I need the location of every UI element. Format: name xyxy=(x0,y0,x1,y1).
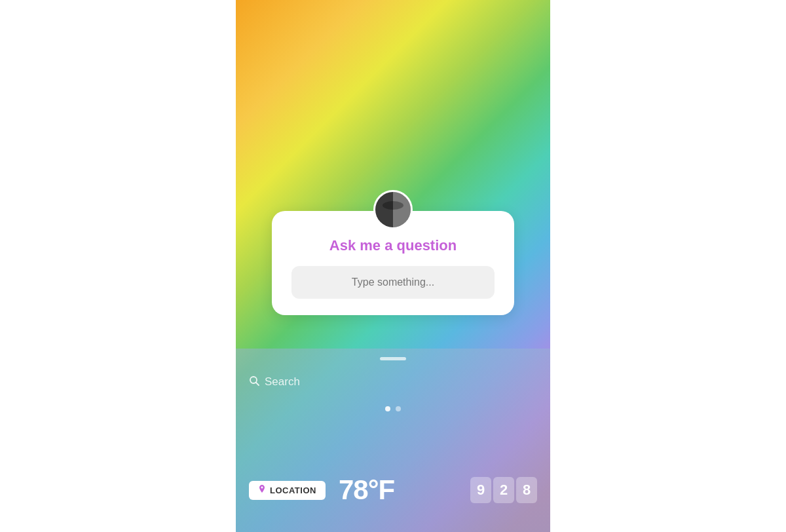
search-bar[interactable]: Search xyxy=(249,370,537,394)
time-digit-8: 8 xyxy=(516,477,537,503)
pagination-dots xyxy=(385,406,401,411)
card-container: Ask me a question xyxy=(272,190,514,315)
location-badge[interactable]: LOCATION xyxy=(249,481,326,500)
svg-line-1 xyxy=(256,383,259,385)
left-whitespace xyxy=(0,0,236,532)
dot-1 xyxy=(385,406,390,411)
search-label: Search xyxy=(265,375,300,389)
dot-2 xyxy=(396,406,401,411)
time-digit-2: 2 xyxy=(493,477,514,503)
avatar-image xyxy=(375,192,411,227)
search-icon xyxy=(249,375,259,389)
drag-handle[interactable] xyxy=(380,357,406,360)
right-whitespace xyxy=(550,0,786,532)
time-digit-9: 9 xyxy=(470,477,491,503)
avatar xyxy=(373,190,413,229)
card-title: Ask me a question xyxy=(329,237,457,254)
time-display: 9 2 8 xyxy=(470,477,537,503)
question-input[interactable] xyxy=(291,266,495,299)
temperature-display: 78°F xyxy=(339,474,394,506)
stickers-row: LOCATION 78°F 9 2 8 xyxy=(249,474,537,506)
location-pin-icon xyxy=(258,485,266,496)
phone-screen: Ask me a question Search xyxy=(236,0,550,532)
location-label: LOCATION xyxy=(270,485,316,495)
